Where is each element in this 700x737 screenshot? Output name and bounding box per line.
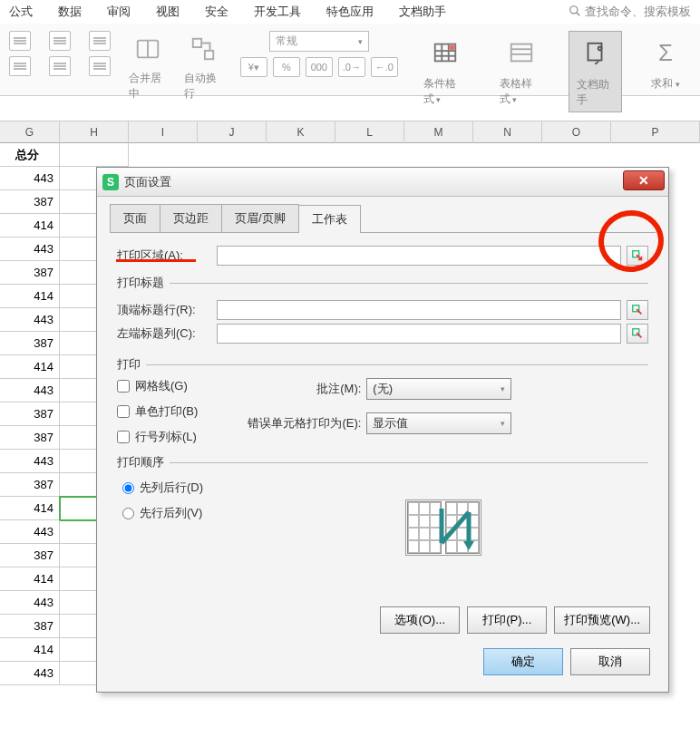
col-header[interactable]: K xyxy=(267,121,335,143)
down-then-over-radio[interactable]: 先列后行(D) xyxy=(122,480,648,496)
autosum-button[interactable]: Σ 求和 ▾ xyxy=(640,31,691,95)
number-format-group: 常规▾ ¥▾ % 000 .0→ ←.0 xyxy=(240,31,398,77)
gridlines-checkbox[interactable]: 网格线(G) xyxy=(117,378,198,394)
cell[interactable]: 443 xyxy=(0,379,60,402)
merge-group[interactable]: 合并居中 xyxy=(129,31,166,102)
menu-item[interactable]: 开发工具 xyxy=(254,4,301,20)
collapse-dialog-button[interactable] xyxy=(627,324,648,344)
menu-item[interactable]: 数据 xyxy=(58,4,82,20)
col-header[interactable]: N xyxy=(473,121,542,143)
align-icon[interactable] xyxy=(9,56,31,76)
align-icon[interactable] xyxy=(49,56,71,76)
indent-icon[interactable] xyxy=(89,31,111,51)
cell[interactable] xyxy=(60,143,129,167)
errors-dropdown[interactable]: 显示值▾ xyxy=(366,412,511,434)
doc-helper-button[interactable]: 文档助手 xyxy=(569,31,622,112)
column-headers: G H I J K L M N O P xyxy=(0,121,700,143)
cell[interactable]: 387 xyxy=(0,615,60,638)
dialog-title: 页面设置 xyxy=(124,174,171,190)
comma-icon[interactable]: 000 xyxy=(306,57,333,77)
print-preview-button[interactable]: 打印预览(W)... xyxy=(554,606,650,634)
menu-item[interactable]: 审阅 xyxy=(107,4,131,20)
col-header[interactable]: L xyxy=(335,121,404,143)
left-col-input[interactable] xyxy=(217,324,621,344)
indent-increase-icon[interactable] xyxy=(9,31,31,51)
cell[interactable]: 443 xyxy=(0,450,60,473)
titlebar[interactable]: S 页面设置 ✕ xyxy=(97,168,668,197)
cell[interactable]: 443 xyxy=(0,238,60,261)
cell[interactable]: 443 xyxy=(0,520,60,544)
ribbon: 合并居中 自动换行 常规▾ ¥▾ % 000 .0→ ←.0 条件格式 ▾ 表格… xyxy=(0,24,700,96)
wrap-group[interactable]: 自动换行 xyxy=(184,31,221,102)
ok-button[interactable]: 确定 xyxy=(483,648,563,675)
align-icon[interactable] xyxy=(89,56,111,76)
top-row-input[interactable] xyxy=(217,300,621,320)
cell[interactable]: 387 xyxy=(0,426,60,450)
menu-item[interactable]: 视图 xyxy=(156,4,180,20)
annotation-underline xyxy=(116,259,196,262)
cell[interactable]: 387 xyxy=(0,261,60,285)
table-style-button[interactable]: 表格样式 ▾ xyxy=(492,31,550,111)
percent-icon[interactable]: % xyxy=(273,57,300,77)
currency-icon[interactable]: ¥▾ xyxy=(240,57,267,77)
print-button[interactable]: 打印(P)... xyxy=(467,606,547,634)
col-header[interactable]: I xyxy=(129,121,198,143)
cell[interactable]: 414 xyxy=(0,638,60,662)
col-header[interactable]: M xyxy=(404,121,473,143)
app-logo-icon: S xyxy=(102,174,119,190)
svg-rect-5 xyxy=(205,51,213,59)
left-col-label: 左端标题列(C): xyxy=(117,325,217,342)
cell[interactable]: 443 xyxy=(0,167,60,190)
menu-item[interactable]: 文档助手 xyxy=(399,4,446,20)
col-header[interactable]: P xyxy=(611,121,700,143)
svg-rect-4 xyxy=(193,39,201,47)
cell[interactable]: 387 xyxy=(0,544,60,567)
menu-item[interactable]: 公式 xyxy=(9,4,33,20)
action-buttons-row: 选项(O)... 打印(P)... 打印预览(W)... xyxy=(380,606,650,634)
over-then-down-radio[interactable]: 先行后列(V) xyxy=(122,505,648,521)
options-button[interactable]: 选项(O)... xyxy=(380,606,460,634)
cell[interactable]: 387 xyxy=(0,473,60,497)
tab-margins[interactable]: 页边距 xyxy=(160,204,222,232)
menu-item[interactable]: 特色应用 xyxy=(326,4,374,20)
number-format-combo[interactable]: 常规▾ xyxy=(269,31,369,52)
cell[interactable]: 387 xyxy=(0,190,60,214)
search-box[interactable]: 查找命令、搜索模板 xyxy=(569,4,691,20)
collapse-dialog-button[interactable] xyxy=(627,300,648,320)
decimal-increase-icon[interactable]: .0→ xyxy=(338,57,365,77)
cell[interactable]: 414 xyxy=(0,567,60,591)
row-col-headers-checkbox[interactable]: 行号列标(L) xyxy=(117,429,198,445)
col-header[interactable]: H xyxy=(60,121,129,143)
svg-point-11 xyxy=(449,45,454,51)
cell[interactable]: 414 xyxy=(0,214,60,238)
cell[interactable]: 387 xyxy=(0,402,60,426)
indent-decrease-icon[interactable] xyxy=(49,31,71,51)
cell[interactable]: 414 xyxy=(0,355,60,379)
close-button[interactable]: ✕ xyxy=(623,170,665,190)
tab-page[interactable]: 页面 xyxy=(110,204,160,232)
tab-header-footer[interactable]: 页眉/页脚 xyxy=(221,204,299,232)
monochrome-checkbox[interactable]: 单色打印(B) xyxy=(117,403,198,420)
menu-item[interactable]: 安全 xyxy=(205,4,228,20)
tab-sheet[interactable]: 工作表 xyxy=(298,205,361,233)
col-header[interactable]: J xyxy=(198,121,267,143)
cell[interactable]: 414 xyxy=(0,285,60,308)
confirm-buttons-row: 确定 取消 xyxy=(483,648,650,675)
print-area-input[interactable] xyxy=(217,246,621,266)
decimal-decrease-icon[interactable]: ←.0 xyxy=(371,57,398,77)
page-setup-dialog: S 页面设置 ✕ 页面 页边距 页眉/页脚 工作表 打印区域(A): 打印标题 … xyxy=(96,167,669,693)
cell[interactable]: 414 xyxy=(0,497,60,520)
conditional-format-button[interactable]: 条件格式 ▾ xyxy=(416,31,474,111)
cell[interactable]: 387 xyxy=(0,332,60,355)
cancel-button[interactable]: 取消 xyxy=(570,648,650,675)
cell-header[interactable]: 总分 xyxy=(0,143,60,167)
comments-dropdown[interactable]: (无)▾ xyxy=(366,378,511,400)
errors-label: 错误单元格打印为(E): xyxy=(234,415,361,432)
col-header[interactable]: G xyxy=(0,121,60,143)
print-titles-legend: 打印标题 xyxy=(117,275,170,291)
wrap-label: 自动换行 xyxy=(184,71,221,102)
cell[interactable]: 443 xyxy=(0,308,60,332)
cell[interactable]: 443 xyxy=(0,591,60,615)
cell[interactable]: 443 xyxy=(0,662,60,685)
col-header[interactable]: O xyxy=(542,121,611,143)
